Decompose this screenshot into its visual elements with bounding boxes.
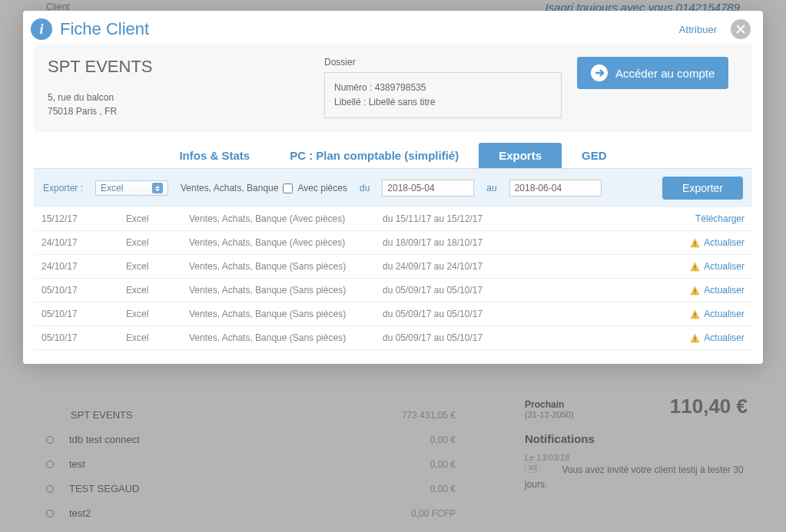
client-actions: Accéder au compte (577, 57, 738, 118)
client-info-block: SPT EVENTS 5, rue du balcon 75018 Paris … (34, 45, 752, 132)
export-action-link[interactable]: Actualiser (704, 332, 745, 343)
export-action-link[interactable]: Actualiser (704, 237, 745, 248)
acceder-compte-label: Accéder au compte (615, 67, 715, 80)
export-date: 24/10/17 (41, 237, 126, 248)
svg-rect-12 (695, 340, 695, 341)
dossier-libelle: Libellé : Libellé sans titre (334, 95, 552, 110)
export-types: Ventes, Achats, Banque (Avec pièces) (189, 213, 383, 224)
export-format: Excel (126, 285, 189, 296)
dossier-numero: Numéro : 4389798535 (334, 81, 552, 95)
export-format: Excel (126, 213, 189, 224)
export-date: 24/10/17 (41, 261, 126, 272)
client-info-left: SPT EVENTS 5, rue du balcon 75018 Paris … (48, 57, 309, 118)
exporter-button[interactable]: Exporter (662, 177, 743, 200)
export-range: du 05/09/17 au 05/10/17 (383, 309, 598, 319)
info-icon: i (31, 18, 52, 40)
export-row: 24/10/17ExcelVentes, Achats, Banque (Ave… (34, 231, 752, 255)
export-types: Ventes, Achats, Banque (Sans pièces) (189, 285, 383, 296)
export-row: 05/10/17ExcelVentes, Achats, Banque (San… (34, 326, 752, 350)
tab-bar: Infos & StatsPC : Plan comptable (simpli… (34, 143, 752, 169)
svg-rect-9 (695, 312, 695, 316)
du-label: du (360, 183, 370, 193)
export-action-link[interactable]: Actualiser (704, 309, 745, 319)
warning-icon (690, 333, 700, 343)
svg-rect-8 (695, 292, 695, 293)
date-to-input[interactable] (509, 180, 602, 197)
avec-pieces-label: Avec pièces (297, 183, 347, 193)
attribuer-link[interactable]: Attribuer (679, 24, 717, 35)
export-types-group: Ventes, Achats, Banque Avec pièces (181, 183, 347, 193)
client-address-1: 5, rue du balcon (48, 91, 309, 104)
export-row: 24/10/17ExcelVentes, Achats, Banque (San… (34, 255, 752, 279)
close-icon (736, 25, 745, 34)
export-range: du 15/11/17 au 15/12/17 (383, 213, 598, 224)
au-label: au (486, 183, 496, 193)
tab-ged[interactable]: GED (562, 143, 627, 168)
export-action-link[interactable]: Actualiser (704, 285, 745, 296)
chevron-updown-icon (152, 183, 163, 193)
dossier-box: Numéro : 4389798535 Libellé : Libellé sa… (324, 72, 562, 118)
export-types: Ventes, Achats, Banque (Avec pièces) (189, 237, 383, 248)
svg-rect-7 (695, 289, 695, 292)
export-range: du 18/09/17 au 18/10/17 (383, 237, 598, 248)
svg-rect-4 (695, 245, 695, 246)
export-date: 05/10/17 (41, 332, 126, 343)
export-format-select[interactable]: Excel (95, 180, 168, 196)
svg-rect-6 (695, 269, 695, 269)
modal-header: i Fiche Client Attribuer (23, 11, 763, 45)
export-types: Ventes, Achats, Banque (Sans pièces) (189, 309, 383, 319)
export-date: 05/10/17 (41, 309, 126, 319)
client-name: SPT EVENTS (48, 57, 309, 77)
tab-pc-plan-comptable-simplifi-[interactable]: PC : Plan comptable (simplifié) (270, 143, 479, 168)
close-button[interactable] (731, 19, 751, 39)
client-address-2: 75018 Paris , FR (48, 104, 309, 118)
date-from-input[interactable] (382, 180, 474, 197)
export-action-link[interactable]: Actualiser (704, 261, 745, 272)
client-modal: i Fiche Client Attribuer SPT EVENTS 5, r… (23, 11, 763, 364)
export-toolbar: Exporter : Excel Ventes, Achats, Banque … (34, 169, 752, 207)
export-row: 05/10/17ExcelVentes, Achats, Banque (San… (34, 302, 752, 326)
exporter-label: Exporter : (43, 183, 83, 193)
arrow-right-icon (591, 64, 608, 81)
export-types: Ventes, Achats, Banque (Sans pièces) (189, 332, 383, 343)
export-history-table: 15/12/17ExcelVentes, Achats, Banque (Ave… (34, 207, 752, 350)
svg-rect-3 (695, 241, 695, 244)
export-format: Excel (126, 237, 189, 248)
modal-title: Fiche Client (60, 19, 149, 39)
warning-icon (690, 262, 700, 272)
export-range: du 24/09/17 au 24/10/17 (383, 261, 598, 272)
export-format: Excel (126, 261, 189, 272)
export-action-link[interactable]: Télécharger (695, 213, 745, 224)
export-row: 15/12/17ExcelVentes, Achats, Banque (Ave… (34, 207, 752, 231)
svg-rect-11 (695, 336, 695, 339)
warning-icon (690, 309, 700, 319)
export-row: 05/10/17ExcelVentes, Achats, Banque (San… (34, 279, 752, 302)
dossier-label: Dossier (324, 57, 562, 68)
svg-rect-5 (695, 265, 695, 268)
warning-icon (690, 286, 700, 296)
export-range: du 05/09/17 au 05/10/17 (383, 332, 598, 343)
export-format: Excel (126, 332, 189, 343)
dossier-block: Dossier Numéro : 4389798535 Libellé : Li… (324, 57, 562, 118)
avec-pieces-checkbox[interactable] (283, 183, 293, 193)
tab-exports[interactable]: Exports (479, 143, 562, 168)
acceder-compte-button[interactable]: Accéder au compte (577, 57, 728, 89)
export-date: 15/12/17 (41, 213, 126, 224)
export-format-value: Excel (101, 183, 123, 193)
export-format: Excel (126, 309, 189, 319)
svg-rect-10 (695, 316, 695, 317)
export-range: du 05/09/17 au 05/10/17 (383, 285, 598, 296)
export-types: Ventes, Achats, Banque (Sans pièces) (189, 261, 383, 272)
tab-infos-stats[interactable]: Infos & Stats (159, 143, 270, 168)
export-date: 05/10/17 (41, 285, 126, 296)
export-types-text: Ventes, Achats, Banque (181, 183, 278, 193)
warning-icon (690, 238, 700, 248)
